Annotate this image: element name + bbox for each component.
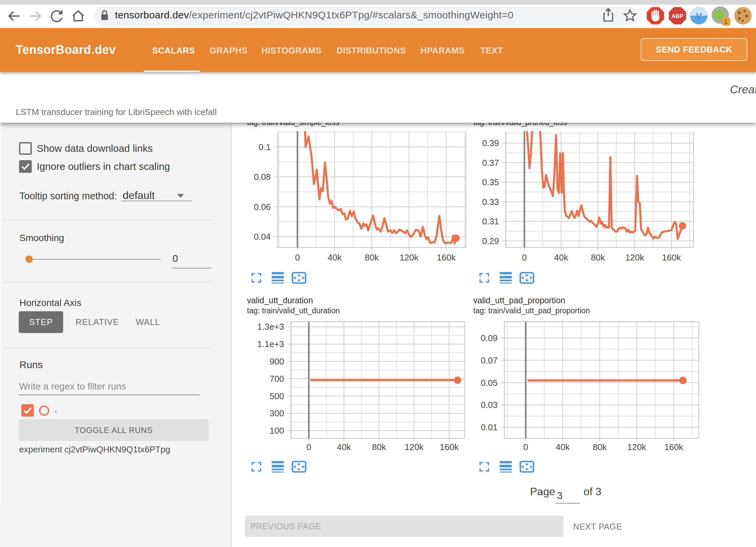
svg-text:0.06: 0.06 — [254, 202, 271, 212]
svg-text:500: 500 — [270, 391, 284, 401]
svg-text:80k: 80k — [591, 252, 605, 262]
svg-text:40k: 40k — [337, 442, 351, 452]
svg-text:0.33: 0.33 — [482, 197, 499, 207]
svg-text:0.04: 0.04 — [254, 232, 271, 242]
svg-text:1.1e+3: 1.1e+3 — [257, 339, 284, 349]
svg-text:0: 0 — [522, 252, 527, 262]
svg-text:100: 100 — [270, 426, 284, 436]
svg-text:80k: 80k — [372, 442, 386, 452]
svg-text:0.09: 0.09 — [481, 333, 498, 343]
svg-text:0.37: 0.37 — [482, 158, 499, 168]
svg-text:40k: 40k — [556, 442, 570, 452]
svg-text:0.1: 0.1 — [259, 142, 271, 152]
svg-text:0.08: 0.08 — [254, 172, 271, 182]
svg-text:40k: 40k — [328, 252, 342, 262]
svg-text:V: V — [696, 11, 702, 21]
svg-text:valid_utt_duration: valid_utt_duration — [247, 296, 313, 305]
svg-text:120k: 120k — [625, 252, 644, 262]
svg-text:160k: 160k — [662, 252, 681, 262]
svg-text:0.03: 0.03 — [481, 400, 498, 410]
svg-text:160k: 160k — [437, 252, 456, 262]
svg-text:ABP: ABP — [671, 13, 683, 19]
svg-text:0.35: 0.35 — [482, 177, 499, 187]
svg-text:0.39: 0.39 — [482, 138, 499, 148]
svg-text:0.01: 0.01 — [481, 422, 498, 432]
svg-text:0.29: 0.29 — [482, 236, 499, 246]
svg-text:40k: 40k — [554, 252, 569, 262]
svg-text:120k: 120k — [400, 252, 419, 262]
svg-text:0: 0 — [295, 252, 300, 262]
svg-text:1.3e+3: 1.3e+3 — [257, 322, 284, 332]
svg-text:300: 300 — [270, 408, 284, 418]
svg-text:0.31: 0.31 — [482, 216, 499, 226]
svg-text:80k: 80k — [365, 252, 379, 262]
svg-text:120k: 120k — [627, 442, 646, 452]
svg-text:0: 0 — [306, 442, 311, 452]
svg-text:valid_utt_pad_proportion: valid_utt_pad_proportion — [473, 296, 565, 305]
svg-text:160k: 160k — [664, 442, 683, 452]
svg-text:700: 700 — [270, 374, 284, 384]
svg-text:120k: 120k — [405, 442, 424, 452]
svg-text:0.05: 0.05 — [481, 378, 498, 388]
svg-text:tag: train/valid_utt_duration: tag: train/valid_utt_duration — [247, 306, 340, 315]
svg-text:0: 0 — [523, 442, 528, 452]
svg-text:1: 1 — [724, 18, 728, 25]
svg-text:tag: train/valid_utt_pad_propo: tag: train/valid_utt_pad_proportion — [473, 306, 590, 315]
svg-text:160k: 160k — [440, 442, 459, 452]
svg-text:80k: 80k — [593, 442, 607, 452]
svg-text:0.07: 0.07 — [481, 355, 498, 365]
svg-text:900: 900 — [270, 356, 284, 366]
